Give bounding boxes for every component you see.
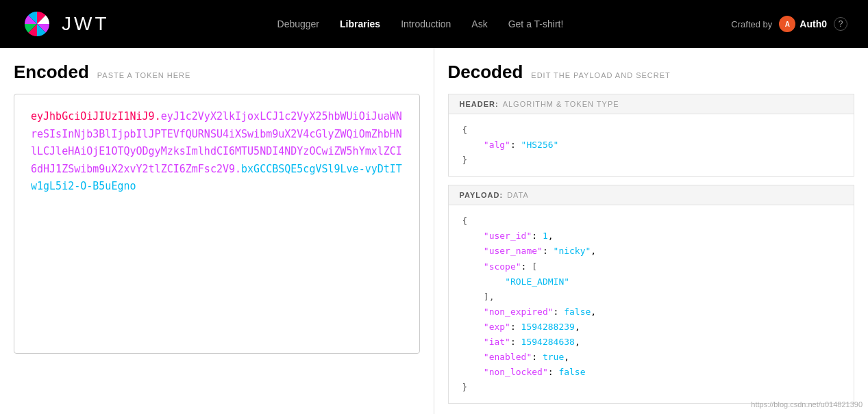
header-json-line-2: "alg": "HS256" [462,138,841,153]
header-json-line-3: } [462,153,841,168]
payload-label-main: PAYLOAD: [460,191,504,199]
help-icon[interactable]: ? [834,17,847,31]
decoded-payload-label: PAYLOAD: DATA [448,185,855,205]
header-left: JWT [21,8,110,40]
auth0-badge: A Auth0 [779,16,827,32]
decoded-payload-section: PAYLOAD: DATA { "user_id": 1, "user_name… [448,185,855,404]
payload-line-user-name: "user_name": "nicky", [462,244,841,259]
crafted-by-label: Crafted by [731,19,772,29]
nav-introduction[interactable]: Introduction [401,18,451,29]
decoded-title-row: Decoded EDIT THE PAYLOAD AND SECRET [448,62,855,83]
payload-line-exp: "exp": 1594288239, [462,320,841,335]
nav-ask[interactable]: Ask [471,18,487,29]
watermark: https://blog.csdn.net/u014821390 [751,400,863,409]
header-label-main: HEADER: [460,100,499,108]
token-box[interactable]: eyJhbGciOiJIUzI1NiJ9.eyJ1c2VyX2lkIjoxLCJ… [14,94,420,354]
token-part1: eyJhbGciOiJIUzI1NiJ9 [31,110,155,122]
decoded-header-section: HEADER: ALGORITHM & TOKEN TYPE { "alg": … [448,94,855,177]
nav-tshirt[interactable]: Get a T-shirt! [508,18,564,29]
token-dot2: . [235,163,241,175]
main-nav: Debugger Libraries Introduction Ask Get … [277,18,564,29]
nav-debugger[interactable]: Debugger [277,18,320,29]
header: JWT Debugger Libraries Introduction Ask … [0,0,868,48]
payload-line-user-id: "user_id": 1, [462,229,841,244]
header-right: Crafted by A Auth0 ? [731,16,847,32]
payload-line-scope: "scope": [ [462,259,841,274]
payload-line-non-locked: "non_locked": false [462,365,841,380]
decoded-subtitle: EDIT THE PAYLOAD AND SECRET [531,71,670,79]
encoded-subtitle: PASTE A TOKEN HERE [97,71,191,79]
panel-encoded: Encoded PASTE A TOKEN HERE eyJhbGciOiJIU… [0,48,434,414]
auth0-name: Auth0 [799,18,827,29]
logo-icon [21,8,53,40]
main-content: Encoded PASTE A TOKEN HERE eyJhbGciOiJIU… [0,48,868,414]
payload-line-close: } [462,380,841,395]
payload-line-open: { [462,214,841,229]
payload-line-non-expired: "non_expired": false, [462,305,841,320]
header-label-sub: ALGORITHM & TOKEN TYPE [503,100,619,108]
decoded-header-content[interactable]: { "alg": "HS256" } [448,114,855,177]
decoded-header-label: HEADER: ALGORITHM & TOKEN TYPE [448,94,855,114]
logo-text: JWT [62,13,110,35]
payload-line-iat: "iat": 1594284638, [462,335,841,350]
decoded-title: Decoded [448,62,523,83]
encoded-title-row: Encoded PASTE A TOKEN HERE [14,62,420,83]
header-json-line-1: { [462,122,841,138]
payload-line-enabled: "enabled": true, [462,350,841,365]
encoded-title: Encoded [14,62,89,83]
payload-line-scope-close: ], [462,289,841,305]
token-dot1: . [155,110,161,122]
decoded-payload-content[interactable]: { "user_id": 1, "user_name": "nicky", "s… [448,205,855,404]
payload-label-sub: DATA [507,191,529,199]
auth0-logo-icon: A [779,16,795,32]
nav-libraries[interactable]: Libraries [340,18,380,29]
payload-line-role: "ROLE_ADMIN" [462,274,841,289]
panel-decoded: Decoded EDIT THE PAYLOAD AND SECRET HEAD… [434,48,869,414]
